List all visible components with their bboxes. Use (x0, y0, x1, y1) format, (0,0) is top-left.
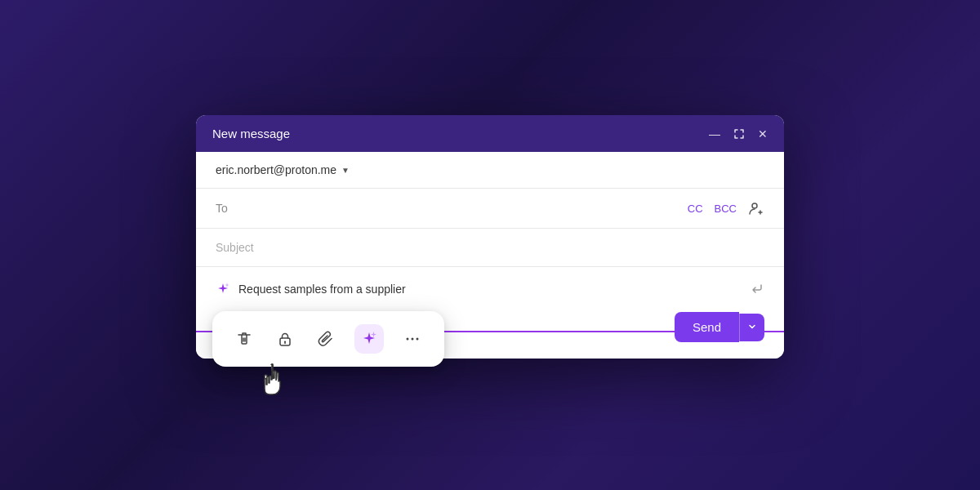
window-header: New message — ✕ (196, 115, 784, 152)
body-text: Request samples from a supplier (238, 283, 764, 296)
expand-button[interactable] (733, 128, 745, 140)
lock-icon (276, 330, 294, 348)
chevron-down-icon: ▼ (341, 166, 350, 175)
subject-input[interactable] (216, 241, 764, 254)
bcc-button[interactable]: BCC (715, 203, 737, 215)
compose-body: eric.norbert@proton.me ▼ To CC BCC (196, 152, 784, 359)
send-dropdown-button[interactable] (739, 314, 764, 341)
enter-icon (750, 282, 764, 300)
compose-window: New message — ✕ eric.norbert@proton.me ▼… (196, 115, 784, 359)
lock-button[interactable] (273, 327, 297, 351)
trash-icon (235, 330, 253, 348)
from-row: eric.norbert@proton.me ▼ (196, 152, 784, 189)
ai-sparkle-icon (216, 282, 230, 296)
send-area: Send (675, 312, 764, 342)
subject-row (196, 229, 784, 267)
more-options-button[interactable] (400, 327, 425, 351)
minimize-button[interactable]: — (709, 128, 720, 140)
send-button[interactable]: Send (675, 312, 739, 342)
ai-sparkle-btn-icon (361, 331, 377, 347)
to-actions: CC BCC (688, 200, 764, 216)
add-contact-button[interactable] (748, 200, 764, 216)
toolbar-floating (212, 311, 444, 367)
body-content: Request samples from a supplier (216, 282, 764, 296)
toolbar-area: Send (196, 332, 784, 359)
delete-button[interactable] (232, 327, 256, 351)
to-label: To (216, 202, 240, 215)
add-contact-icon (748, 200, 764, 216)
paperclip-icon (317, 330, 335, 348)
ai-assistant-button[interactable] (354, 324, 384, 354)
to-row: To CC BCC (196, 189, 784, 229)
svg-point-3 (407, 338, 409, 341)
svg-point-5 (416, 338, 419, 341)
ellipsis-icon (403, 330, 421, 348)
window-controls: — ✕ (709, 128, 768, 140)
close-button[interactable]: ✕ (758, 128, 768, 140)
cursor-hand (258, 363, 289, 409)
from-address-selector[interactable]: eric.norbert@proton.me ▼ (216, 163, 350, 176)
cc-button[interactable]: CC (688, 203, 703, 215)
expand-icon (733, 128, 745, 140)
from-email: eric.norbert@proton.me (216, 163, 336, 176)
to-input[interactable] (250, 202, 678, 215)
chevron-down-icon (748, 323, 756, 331)
attach-button[interactable] (314, 327, 338, 351)
svg-point-0 (752, 203, 757, 208)
window-title: New message (212, 127, 290, 140)
svg-point-4 (412, 338, 414, 341)
